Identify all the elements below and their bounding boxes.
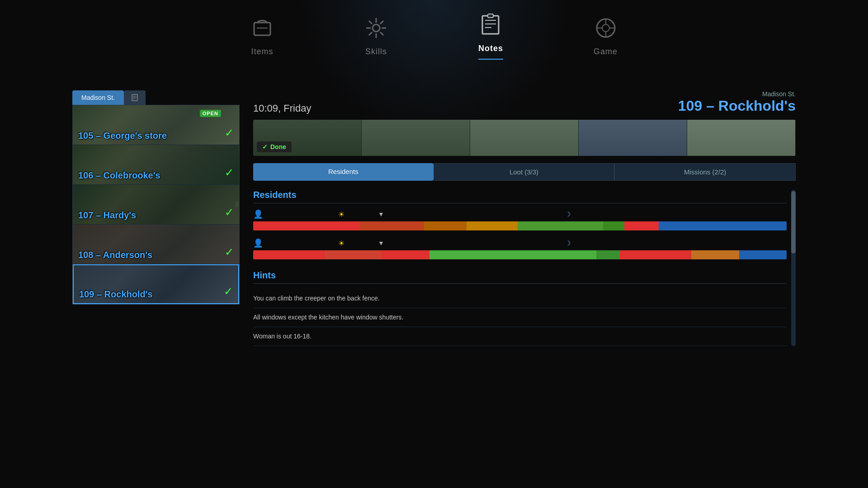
moon-icon: ☽ <box>565 211 571 218</box>
check-icon: ✓ <box>225 246 234 258</box>
svg-rect-11 <box>482 16 499 34</box>
right-panel: 10:09, Friday Madison St. 109 – Rockhold… <box>253 90 796 461</box>
svg-line-8 <box>380 32 383 35</box>
location-full-name: 109 – Rockhold's <box>678 98 796 114</box>
done-label: Done <box>270 143 286 150</box>
residents-title: Residents <box>253 190 787 203</box>
nav-item-notes[interactable]: Notes <box>478 13 503 60</box>
location-time: 10:09, Friday <box>253 103 311 114</box>
bar-segment <box>325 250 382 259</box>
list-item[interactable]: 109 – Rockhold's ✓ <box>73 264 239 304</box>
bar-segment <box>624 221 659 230</box>
tab-loot[interactable]: Loot (3/3) <box>434 163 615 181</box>
bar-segment <box>253 221 360 230</box>
resident-row: 👤 ☀ ▼ ☽ <box>253 238 787 259</box>
bar-segment <box>467 221 518 230</box>
list-item[interactable]: 107 – Hardy's ✓ <box>73 185 239 225</box>
tab-madison-st[interactable]: Madison St. <box>72 90 124 105</box>
open-badge: OPEN <box>200 110 221 117</box>
resident-row: 👤 ☀ ▼ ☽ <box>253 209 787 230</box>
sun-icon: ☀ <box>338 239 344 248</box>
bar-segment <box>739 250 787 259</box>
list-item[interactable]: 106 – Colebrooke's ✓ <box>73 145 239 185</box>
location-name: 107 – Hardy's <box>73 206 142 224</box>
person-icon: 👤 <box>253 238 271 248</box>
location-title-block: Madison St. 109 – Rockhold's <box>678 90 796 114</box>
resident-icons-row: 👤 ☀ ▼ ☽ <box>253 238 787 249</box>
location-list-wrapper: 105 – George's store OPEN ✓ 106 – Colebr… <box>72 105 240 305</box>
svg-line-10 <box>369 32 372 35</box>
list-item[interactable]: 108 – Anderson's ✓ <box>73 225 239 264</box>
bar-segment <box>518 221 603 230</box>
svg-line-9 <box>380 21 383 24</box>
svg-rect-0 <box>254 23 270 35</box>
content-tabs: Residents Loot (3/3) Missions (2/2) <box>253 163 796 181</box>
sun-icon: ☀ <box>338 210 344 219</box>
hints-title: Hints <box>253 270 787 284</box>
strip-segment <box>470 120 579 156</box>
bar-segment <box>659 221 787 230</box>
svg-point-17 <box>602 24 609 32</box>
top-navigation: Items Skills <box>0 0 868 72</box>
notes-icon <box>479 13 502 40</box>
svg-rect-15 <box>488 14 493 18</box>
bar-segment <box>360 221 424 230</box>
location-tabs: Madison St. <box>72 90 240 105</box>
nav-label-notes: Notes <box>478 44 503 53</box>
svg-line-7 <box>369 21 372 24</box>
location-street: Madison St. <box>678 90 796 98</box>
nav-item-game[interactable]: Game <box>594 16 618 56</box>
content-area: Residents 👤 ☀ ▼ ☽ <box>253 190 796 346</box>
location-list: 105 – George's store OPEN ✓ 106 – Colebr… <box>72 105 240 305</box>
resident-icons-row: 👤 ☀ ▼ ☽ <box>253 209 787 220</box>
left-panel: Madison St. 105 – George's store OPEN ✓ <box>72 90 240 461</box>
drag-handle[interactable]: ⠿ <box>234 201 240 208</box>
hint-item: All windows except the kitchen have wind… <box>253 308 787 327</box>
check-icon: ✓ <box>224 285 233 298</box>
skills-icon <box>364 16 388 43</box>
strip-segment <box>362 120 470 156</box>
strip-segment <box>687 120 796 156</box>
hint-item: You can climb the creeper on the back fe… <box>253 289 787 308</box>
bar-segment <box>691 250 739 259</box>
location-name: 109 – Rockhold's <box>74 286 158 303</box>
nav-label-items: Items <box>251 47 273 56</box>
location-name: 108 – Anderson's <box>73 246 158 264</box>
nav-label-game: Game <box>594 47 618 56</box>
strip-segment <box>579 120 687 156</box>
nav-label-skills: Skills <box>365 47 387 56</box>
main-content: Madison St. 105 – George's store OPEN ✓ <box>72 90 796 461</box>
bar-segment <box>596 250 620 259</box>
location-name: 105 – George's store <box>73 127 172 145</box>
scrollbar[interactable] <box>791 190 796 346</box>
tab-missions[interactable]: Missions (2/2) <box>614 163 796 181</box>
list-item[interactable]: 105 – George's store OPEN ✓ <box>73 105 239 145</box>
tab-notes[interactable] <box>124 90 146 105</box>
moon-icon: ☽ <box>565 239 571 247</box>
check-icon: ✓ <box>225 166 234 179</box>
nav-item-skills[interactable]: Skills <box>364 16 388 56</box>
hint-item: Woman is out 16-18. <box>253 327 787 346</box>
check-icon: ✓ <box>225 206 234 219</box>
svg-point-2 <box>373 24 380 32</box>
nav-item-items[interactable]: Items <box>250 16 274 56</box>
bar-segment <box>382 250 429 259</box>
person-icon: 👤 <box>253 209 271 219</box>
bar-segment <box>603 221 624 230</box>
hints-section: Hints You can climb the creeper on the b… <box>253 270 787 346</box>
game-icon <box>594 16 618 43</box>
scrollbar-thumb[interactable] <box>791 191 796 253</box>
bar-segment <box>253 250 325 259</box>
done-check-icon: ✓ <box>262 143 268 150</box>
bar-segment <box>424 221 467 230</box>
resident-bar <box>253 250 787 259</box>
down-arrow-icon: ▼ <box>378 211 384 218</box>
location-header: 10:09, Friday Madison St. 109 – Rockhold… <box>253 90 796 114</box>
items-icon <box>250 16 274 43</box>
check-icon: ✓ <box>225 127 234 139</box>
down-arrow-icon: ▼ <box>378 239 384 247</box>
tab-residents[interactable]: Residents <box>253 163 434 181</box>
location-image-strip: ✓ Done <box>253 120 796 156</box>
bar-segment <box>620 250 691 259</box>
location-name: 106 – Colebrooke's <box>73 167 166 184</box>
